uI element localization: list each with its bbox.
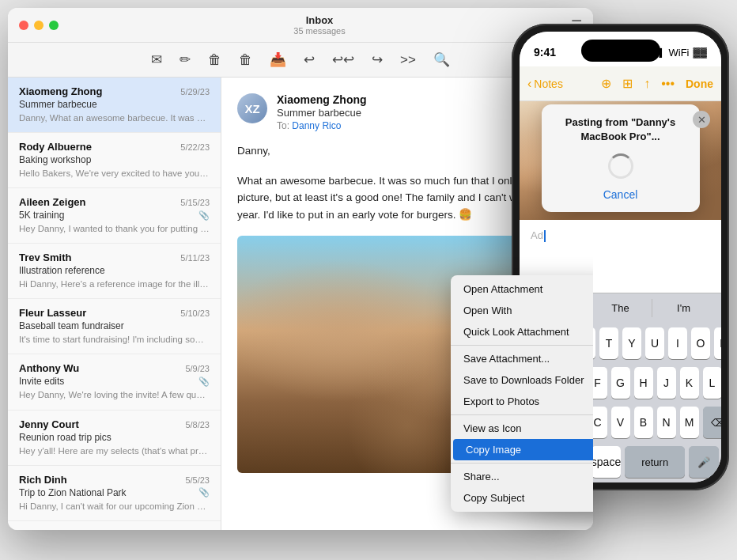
window-title: Inbox (306, 14, 334, 26)
key-m[interactable]: M (680, 407, 699, 438)
mail-item-3[interactable]: Trev Smith 5/11/23 Illustration referenc… (8, 244, 221, 299)
gallery-icon[interactable]: ⊞ (622, 76, 633, 91)
delete-key[interactable]: ⌫ (703, 407, 722, 438)
date-6: 5/8/23 (185, 420, 210, 429)
mail-sidebar: Xiaomeng Zhong 5/29/23 Summer barbecue D… (8, 78, 221, 530)
return-key[interactable]: return (625, 446, 685, 478)
autocomplete-im[interactable]: I'm (652, 299, 715, 317)
ctx-save-downloads[interactable]: Save to Downloads Folder (451, 369, 593, 391)
more-icon[interactable]: >> (400, 52, 416, 68)
autocomplete-the[interactable]: The (588, 299, 652, 317)
mail-body: Xiaomeng Zhong 5/29/23 Summer barbecue D… (8, 78, 593, 530)
close-notification-button[interactable]: ✕ (693, 111, 710, 128)
date-5: 5/9/23 (185, 364, 210, 373)
mail-item-header-7: Rich Dinh 5/5/23 (19, 474, 210, 486)
wifi-icon: WiFi (669, 47, 690, 59)
ctx-share[interactable]: Share... (451, 466, 593, 487)
key-u[interactable]: U (645, 327, 664, 359)
sender-0: Xiaomeng Zhong (19, 85, 102, 97)
notes-back-label: Notes (534, 78, 563, 90)
key-k[interactable]: K (680, 367, 699, 399)
ctx-copy-subject[interactable]: Copy Subject (451, 487, 593, 509)
key-o[interactable]: O (691, 327, 710, 359)
sender-2: Aileen Zeigen (19, 196, 86, 208)
pasting-title: Pasting from "Danny's MacBook Pro"... (554, 115, 687, 144)
search-icon[interactable]: 🔍 (433, 51, 450, 68)
status-time: 9:41 (534, 46, 556, 59)
window-title-block: Inbox 35 messages (68, 14, 571, 36)
space-key[interactable]: space (591, 446, 621, 478)
status-bar: 9:41 ▌▌▌ WiFi ▓▓ (520, 32, 721, 66)
ctx-export-photos[interactable]: Export to Photos (451, 391, 593, 412)
traffic-lights (19, 21, 59, 30)
subject-2: 5K training 📎 (19, 210, 210, 221)
key-l[interactable]: L (703, 367, 722, 399)
detail-to: To: Danny Rico (277, 120, 546, 131)
subject-0: Summer barbecue (19, 99, 210, 110)
preview-7: Hi Danny, I can't wait for our upcoming … (19, 500, 210, 513)
share-icon[interactable]: ↑ (644, 77, 650, 91)
ctx-open-attachment[interactable]: Open Attachment (451, 278, 593, 300)
minimize-button[interactable] (34, 21, 43, 30)
text-cursor (544, 230, 546, 242)
mail-item-header-2: Aileen Zeigen 5/15/23 (19, 196, 210, 208)
preview-3: Hi Danny, Here's a reference image for t… (19, 278, 210, 290)
mail-item-header-0: Xiaomeng Zhong 5/29/23 (19, 85, 210, 97)
attachment-icon-5: 📎 (198, 376, 210, 387)
forward-icon[interactable]: ↪ (372, 51, 383, 68)
mail-item-1[interactable]: Rody Albuerne 5/22/23 Baking workshop He… (8, 133, 221, 188)
key-t[interactable]: T (599, 327, 618, 359)
key-y[interactable]: Y (622, 327, 641, 359)
attachment-icon-2: 📎 (198, 210, 210, 221)
fullscreen-button[interactable] (49, 21, 59, 30)
date-3: 5/11/23 (180, 253, 210, 263)
key-b[interactable]: B (634, 407, 653, 438)
battery-icon: ▓▓ (694, 47, 708, 58)
pasting-dialog: Pasting from "Danny's MacBook Pro"... Ca… (542, 104, 700, 212)
mail-item-header-1: Rody Albuerne 5/22/23 (19, 141, 210, 153)
mail-item-4[interactable]: Fleur Lasseur 5/10/23 Baseball team fund… (8, 299, 221, 354)
mail-item-2[interactable]: Aileen Zeigen 5/15/23 5K training 📎 Hey … (8, 188, 221, 244)
sender-6: Jenny Court (19, 418, 79, 430)
ctx-separator-2 (451, 414, 593, 415)
pasting-cancel-button[interactable]: Cancel (554, 188, 687, 201)
mail-item-6[interactable]: Jenny Court 5/8/23 Reunion road trip pic… (8, 411, 221, 466)
ctx-save-attachment[interactable]: Save Attachment... (451, 348, 593, 369)
reply-icon[interactable]: ↩ (304, 51, 315, 68)
subject-6: Reunion road trip pics (19, 432, 210, 443)
key-n[interactable]: N (657, 407, 676, 438)
key-p[interactable]: P (714, 327, 721, 359)
trash-icon[interactable]: 🗑 (239, 52, 252, 68)
compose-icon[interactable]: ✉ (151, 51, 162, 68)
ctx-copy-image[interactable]: Copy Image (453, 439, 593, 460)
mail-item-5[interactable]: Anthony Wu 5/9/23 Invite edits 📎 Hey Dan… (8, 354, 221, 410)
delete-icon[interactable]: 🗑 (208, 52, 221, 68)
add-checklist-icon[interactable]: ⊕ (601, 76, 611, 91)
ctx-separator-1 (451, 345, 593, 346)
archive-icon[interactable]: 📥 (270, 51, 286, 68)
detail-meta: Xiaomeng Zhong Summer barbecue To: Danny… (277, 93, 546, 131)
key-g[interactable]: G (611, 367, 630, 399)
preview-5: Hey Danny, We're loving the invite! A fe… (19, 388, 210, 401)
ctx-open-with[interactable]: Open With › (451, 300, 593, 321)
key-j[interactable]: J (657, 367, 676, 399)
avatar: XZ (237, 93, 267, 123)
mail-item-7[interactable]: Rich Dinh 5/5/23 Trip to Zion National P… (8, 466, 221, 521)
close-button[interactable] (19, 21, 28, 30)
key-h[interactable]: H (634, 367, 653, 399)
mail-item-0[interactable]: Xiaomeng Zhong 5/29/23 Summer barbecue D… (8, 78, 221, 133)
done-button[interactable]: Done (686, 78, 713, 90)
ctx-quick-look[interactable]: Quick Look Attachment (451, 321, 593, 342)
notes-back-button[interactable]: ‹ Notes (527, 77, 563, 91)
key-v[interactable]: V (611, 407, 630, 438)
reply-all-icon[interactable]: ↩↩ (332, 51, 354, 68)
mic-key[interactable]: 🎤 (689, 446, 719, 478)
ellipsis-icon[interactable]: ••• (661, 77, 675, 91)
date-2: 5/15/23 (180, 198, 210, 207)
detail-to-name[interactable]: Danny Rico (292, 120, 341, 131)
mail-item-header-6: Jenny Court 5/8/23 (19, 418, 210, 430)
ctx-view-icon[interactable]: View as Icon (451, 418, 593, 439)
new-note-icon[interactable]: ✏ (180, 51, 191, 68)
sender-4: Fleur Lasseur (19, 307, 86, 319)
key-i[interactable]: I (668, 327, 687, 359)
